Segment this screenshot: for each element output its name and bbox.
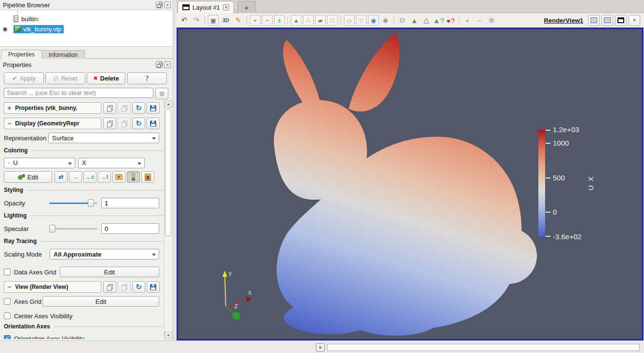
opacity-input[interactable] [101,198,159,208]
slider-handle[interactable] [88,199,94,207]
select-cells-polygon-icon[interactable]: ◇ [344,15,355,26]
properties-undock-button[interactable] [156,61,163,68]
chevron-down-icon [152,137,156,140]
scroll-down-button[interactable]: ▼ [164,332,172,339]
zoom-reset-box-icon[interactable]: ± [274,15,285,26]
split-horizontal-button[interactable] [588,15,600,26]
select-points-through-icon[interactable]: ∷ [327,15,338,26]
opacity-slider[interactable] [49,199,97,207]
center-axes-visibility-checkbox[interactable] [4,312,11,319]
edit-color-legend-button[interactable]: e [141,171,154,183]
rescale-visible-range-button[interactable]: ↔t [98,171,111,183]
select-cells-through-icon[interactable]: ▰ [315,15,326,26]
apply-button[interactable]: ✔ Apply [4,72,44,84]
query-cells-icon[interactable]: ▲? [433,15,444,26]
zoom-in-box-icon[interactable]: + [250,15,260,26]
toggle-2d3d-icon[interactable]: 3D [220,15,232,26]
pipeline-close-button[interactable]: × [164,1,171,8]
tab-close-button[interactable]: × [223,4,229,11]
data-axes-grid-checkbox[interactable] [4,269,11,275]
frustum-select-icon[interactable]: ◈ [380,15,391,26]
paste-display-button[interactable] [118,118,131,129]
section-properties-source[interactable]: + Properties (vtk_bunny. [4,102,101,114]
split-vertical-button[interactable] [602,15,613,26]
interactive-select-points-icon[interactable]: △ [421,15,432,26]
copy-view-button[interactable] [103,281,116,293]
visibility-eye-icon[interactable]: ◉ [2,26,7,32]
copy-display-button[interactable] [103,118,116,129]
section-display[interactable]: − Display (GeometryRepr [4,118,101,129]
help-button[interactable]: ? [127,72,167,84]
zoom-to-box-icon[interactable]: ✎ [233,15,244,26]
copy-properties-button[interactable] [103,102,116,114]
zoom-out-box-icon[interactable]: − [262,15,273,26]
toolbar-separator [288,16,288,25]
scroll-up-button[interactable]: ▲ [164,100,172,108]
scrollbar-thumb[interactable] [165,109,171,236]
pipeline-item-bunny[interactable]: ◉ vtk_bunny.vtp [14,25,64,33]
capture-screenshot-icon[interactable]: ▣ [208,15,219,26]
edit-color-map-button[interactable]: Edit [4,171,52,183]
reload-view-button[interactable]: ↻ [132,281,145,293]
render-viewport[interactable]: Y X Z U X 1.2e+0310005000-3.6e+02 [177,27,644,340]
color-legend[interactable]: U X 1.2e+0310005000-3.6e+02 [538,130,620,243]
camera-redo-icon[interactable]: ↷ [191,15,202,26]
select-points-polygon-icon[interactable]: ∵ [356,15,367,26]
select-cells-on-icon[interactable]: ▲ [291,15,301,26]
data-axes-grid-edit-button[interactable]: Edit [60,267,159,277]
save-display-button[interactable] [147,118,160,129]
reload-properties-button[interactable]: ↻ [132,102,145,114]
tab-properties[interactable]: Properties [1,50,42,59]
grow-selection-icon[interactable]: + [462,15,473,26]
rescale-over-time-button[interactable]: ↔ [69,171,82,183]
interactive-select-cells-icon[interactable]: ▲ [409,15,420,26]
render-view-title[interactable]: RenderView1 [544,17,583,24]
hover-points-icon[interactable]: ⊙ [397,15,408,26]
pipeline-undock-button[interactable] [156,1,163,8]
tab-information[interactable]: Information [41,50,85,59]
rescale-to-data-range-button[interactable]: ⇄ [55,171,68,183]
show-color-legend-toggle[interactable] [127,171,140,183]
search-options-button[interactable]: ⚙ [155,88,168,99]
section-view[interactable]: − View (Render View) [4,281,101,293]
pipeline-item-builtin[interactable]: builtin: [14,14,40,23]
select-points-on-icon[interactable]: ∴ [303,15,314,26]
scaling-mode-dropdown[interactable]: All Approximate [50,249,159,259]
specular-input[interactable] [101,223,159,234]
axes-grid-checkbox[interactable] [4,298,11,305]
maximize-view-button[interactable] [615,15,627,26]
rescale-custom-range-button[interactable]: ↔c [83,171,96,183]
interactive-select-cells-data-icon[interactable]: ◉ [368,15,379,26]
query-points-icon[interactable]: ●? [445,15,456,26]
abort-progress-button[interactable]: ✖ [316,343,325,352]
reload-display-button[interactable]: ↻ [132,118,145,129]
orientation-axes-visibility-checkbox[interactable] [4,335,11,339]
properties-panel-title: Properties [3,61,31,68]
properties-close-button[interactable]: × [164,61,171,68]
properties-scrollbar[interactable]: ▲ ▼ [164,100,172,339]
color-legend-bar[interactable] [538,130,545,237]
save-properties-button[interactable] [147,102,160,114]
new-layout-tab-button[interactable]: + [237,1,256,13]
search-input[interactable] [4,88,153,98]
delete-button[interactable]: ✖ Delete [87,72,125,84]
axes-grid-edit-button[interactable]: Edit [42,296,159,307]
representation-dropdown[interactable]: Surface [48,133,159,143]
color-component-dropdown[interactable]: X [78,158,145,168]
choose-preset-button[interactable]: ♥ [112,171,125,183]
specular-slider[interactable] [49,224,97,233]
save-view-button[interactable] [147,281,160,293]
close-view-button[interactable]: × [629,15,640,26]
shrink-selection-icon[interactable]: − [474,15,485,26]
resize-grip[interactable]: ⋰ [638,348,643,352]
color-array-dropdown[interactable]: ● U [4,158,75,168]
tab-layout-1[interactable]: Layout #1 × [178,1,234,13]
paste-view-button[interactable] [118,281,131,293]
panel-resize-splitter[interactable] [173,0,177,340]
bunny-mesh[interactable] [240,29,540,339]
clear-selection-icon[interactable]: ⊗ [486,15,497,26]
paste-properties-button[interactable] [118,102,131,114]
camera-undo-icon[interactable]: ↶ [179,15,190,26]
reset-button[interactable]: ∅ Reset [45,72,85,84]
slider-handle[interactable] [49,225,55,232]
